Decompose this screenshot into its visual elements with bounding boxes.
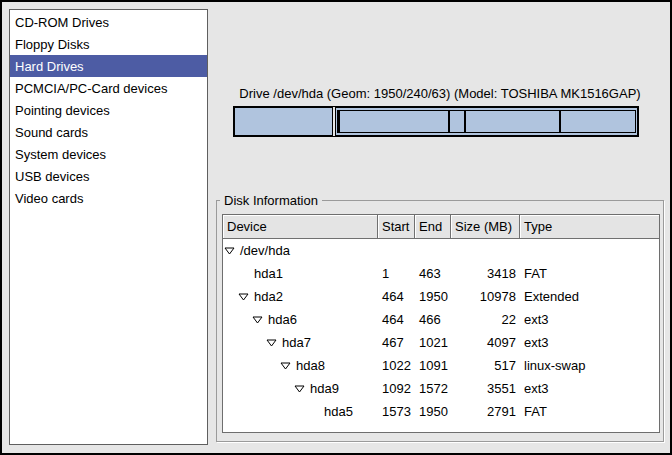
type-cell: FAT: [520, 400, 659, 423]
sidebar-item-label: Pointing devices: [15, 103, 110, 118]
disk-information-label: Disk Information: [220, 193, 322, 208]
start-cell: 464: [378, 285, 415, 308]
end-cell: 463: [415, 262, 451, 285]
expander-icon[interactable]: [266, 338, 277, 347]
start-cell: 464: [378, 308, 415, 331]
end-cell: 1572: [415, 377, 451, 400]
type-cell: Extended: [520, 285, 659, 308]
table-row-hda2[interactable]: hda2 464 1950 10978 Extended: [223, 285, 659, 308]
start-cell: 1573: [378, 400, 415, 423]
table-row-hda1[interactable]: hda1 1 463 3418 FAT: [223, 262, 659, 285]
table-row-hda5[interactable]: hda5 1573 1950 2791 FAT: [223, 400, 659, 423]
device-cell: hda1: [223, 262, 378, 285]
start-cell: 1092: [378, 377, 415, 400]
device-name: hda9: [310, 381, 339, 396]
sidebar-item-hard-drives[interactable]: Hard Drives: [10, 55, 207, 77]
table-header-row: Device Start End Size (MB) Type: [223, 215, 659, 239]
end-cell: 1950: [415, 285, 451, 308]
sidebar-item-label: System devices: [15, 147, 106, 162]
expander-icon[interactable]: [238, 292, 249, 301]
partition-segment-hda9: [465, 110, 561, 133]
size-cell: 22: [451, 308, 520, 331]
start-cell: 467: [378, 331, 415, 354]
size-cell: 3551: [451, 377, 520, 400]
device-name: hda5: [324, 404, 353, 419]
size-cell: 3418: [451, 262, 520, 285]
device-name: hda2: [254, 289, 283, 304]
size-cell: [451, 239, 520, 262]
expander-icon[interactable]: [280, 361, 291, 370]
sidebar-item-system-devices[interactable]: System devices: [10, 143, 207, 165]
column-header-size[interactable]: Size (MB): [451, 215, 520, 239]
table-row-hda7[interactable]: hda7 467 1021 4097 ext3: [223, 331, 659, 354]
disk-information-frame: Disk Information Device Start End Size (…: [216, 200, 664, 442]
sidebar-item-sound-cards[interactable]: Sound cards: [10, 121, 207, 143]
end-cell: 466: [415, 308, 451, 331]
sidebar-item-label: Sound cards: [15, 125, 88, 140]
device-name: hda1: [254, 266, 283, 281]
type-cell: ext3: [520, 331, 659, 354]
expander-icon[interactable]: [224, 246, 235, 255]
drive-title: Drive /dev/hda (Geom: 1950/240/63) (Mode…: [216, 86, 664, 101]
sidebar-item-label: PCMCIA/PC-Card devices: [15, 81, 167, 96]
device-cell: hda9: [223, 377, 378, 400]
partition-segment-hda2: [335, 107, 638, 136]
sidebar-item-label: Hard Drives: [15, 59, 84, 74]
end-cell: 1950: [415, 400, 451, 423]
end-cell: 1021: [415, 331, 451, 354]
column-header-type[interactable]: Type: [520, 215, 659, 239]
type-cell: [520, 239, 659, 262]
size-cell: 517: [451, 354, 520, 377]
partition-segment-hda7: [339, 110, 449, 133]
size-cell: 2791: [451, 400, 520, 423]
column-header-start[interactable]: Start: [378, 215, 415, 239]
size-cell: 10978: [451, 285, 520, 308]
table-row-hda8[interactable]: hda8 1022 1091 517 linux-swap: [223, 354, 659, 377]
start-cell: 1: [378, 262, 415, 285]
disk-information-table: Device Start End Size (MB) Type /dev/hda…: [222, 214, 660, 433]
sidebar-item-label: USB devices: [15, 169, 89, 184]
table-row-hda6[interactable]: hda6 464 466 22 ext3: [223, 308, 659, 331]
expander-icon[interactable]: [252, 315, 263, 324]
hardware-browser-window: { "window": { "bg_color": "#e6e6e6", "bo…: [0, 0, 672, 455]
table-row-hda9[interactable]: hda9 1092 1572 3551 ext3: [223, 377, 659, 400]
column-header-end[interactable]: End: [415, 215, 451, 239]
device-cell: hda6: [223, 308, 378, 331]
type-cell: linux-swap: [520, 354, 659, 377]
sidebar-item-cdrom-drives[interactable]: CD-ROM Drives: [10, 11, 207, 33]
sidebar-item-label: Video cards: [15, 191, 83, 206]
type-cell: ext3: [520, 308, 659, 331]
sidebar-item-floppy-disks[interactable]: Floppy Disks: [10, 33, 207, 55]
device-cell: hda7: [223, 331, 378, 354]
end-cell: [415, 239, 451, 262]
sidebar-item-label: CD-ROM Drives: [15, 15, 109, 30]
device-name: hda8: [296, 358, 325, 373]
partition-segment-hda8: [449, 110, 465, 133]
partition-segment-hda1: [234, 107, 333, 136]
start-cell: [378, 239, 415, 262]
drive-partition-map: [233, 106, 639, 137]
size-cell: 4097: [451, 331, 520, 354]
type-cell: FAT: [520, 262, 659, 285]
sidebar-item-usb-devices[interactable]: USB devices: [10, 165, 207, 187]
sidebar-item-label: Floppy Disks: [15, 37, 89, 52]
device-cell: hda8: [223, 354, 378, 377]
device-name: hda6: [268, 312, 297, 327]
device-name: /dev/hda: [240, 243, 290, 258]
device-cell: /dev/hda: [223, 239, 378, 262]
device-name: hda7: [282, 335, 311, 350]
type-cell: ext3: [520, 377, 659, 400]
table-row-dev-hda[interactable]: /dev/hda: [223, 239, 659, 262]
device-category-list: CD-ROM Drives Floppy Disks Hard Drives P…: [9, 9, 208, 445]
end-cell: 1091: [415, 354, 451, 377]
start-cell: 1022: [378, 354, 415, 377]
expander-icon[interactable]: [294, 384, 305, 393]
sidebar-item-video-cards[interactable]: Video cards: [10, 187, 207, 209]
partition-segment-hda5: [560, 110, 636, 133]
column-header-device[interactable]: Device: [223, 215, 378, 239]
device-cell: hda2: [223, 285, 378, 308]
device-cell: hda5: [223, 400, 378, 423]
sidebar-item-pcmcia-devices[interactable]: PCMCIA/PC-Card devices: [10, 77, 207, 99]
sidebar-item-pointing-devices[interactable]: Pointing devices: [10, 99, 207, 121]
